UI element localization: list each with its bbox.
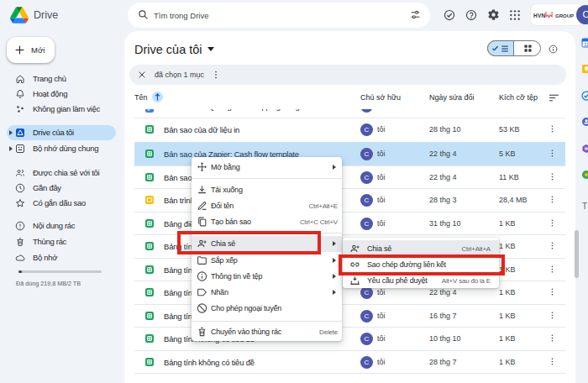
svg-text:31: 31: [584, 42, 588, 47]
